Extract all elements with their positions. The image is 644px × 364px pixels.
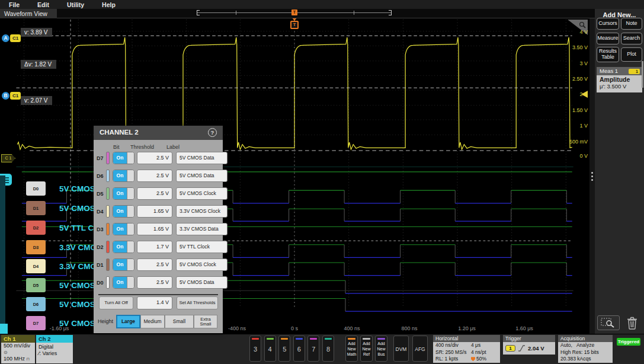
meas1-badge-card[interactable]: Meas 1 1 Amplitude μ': 3.500 V (597, 67, 642, 92)
tab-waveform-view[interactable]: Waveform View (0, 9, 57, 18)
add-new-math-button[interactable]: AddNewMath (345, 336, 358, 362)
bit-on-toggle-d6[interactable]: On (113, 170, 134, 182)
digital-chip-d4[interactable]: D4 (26, 259, 46, 273)
channel2-dialog-title[interactable]: CHANNEL 2 (94, 126, 223, 140)
threshold-field-d3[interactable]: 1.65 V (137, 223, 172, 235)
height-label: Height (98, 318, 113, 324)
add-new-search-button[interactable]: Search (621, 33, 642, 44)
turn-all-off-button[interactable]: Turn All Off (99, 296, 133, 309)
label-field-d7[interactable]: 5V CMOS Data (176, 152, 228, 164)
horizontal-zoom-overview[interactable]: T (197, 9, 392, 16)
height-option-small[interactable]: Small (165, 315, 194, 328)
add-new-measure-button[interactable]: Measure (597, 33, 619, 44)
time-tick-label: 1.60 μs (515, 325, 533, 331)
channel-3-button[interactable]: 3 (249, 336, 261, 362)
digital-chip-d0[interactable]: D0 (26, 181, 46, 196)
menu-file[interactable]: File (0, 1, 28, 8)
acq-count: 20.383 kAcqs (560, 356, 613, 363)
height-option-extra-small[interactable]: ExtraSmall (194, 315, 217, 328)
label-field-d2[interactable]: 5V TTL Clock (176, 241, 228, 253)
overview-tick (236, 11, 236, 15)
trigger-title: Trigger (503, 335, 555, 342)
digital-chip-d3[interactable]: D3 (26, 240, 46, 254)
digital-chip-d5[interactable]: D5 (26, 278, 46, 292)
toggle-on-label: On (113, 152, 127, 164)
trigger-panel[interactable]: Trigger 1 2.04 V (503, 335, 555, 355)
threshold-field-d2[interactable]: 1.7 V (137, 241, 172, 253)
label-field-d5[interactable]: 5V CMOS Clock (176, 187, 228, 200)
digital-chip-d6[interactable]: D6 (26, 297, 46, 311)
label-field-d0[interactable]: 5V CMOS Data (176, 276, 228, 289)
bit-on-toggle-d2[interactable]: On (113, 241, 134, 253)
horizontal-row: 400 ns/div4 μs (433, 342, 500, 349)
set-all-thresholds-button[interactable]: Set All Thresholds (177, 296, 218, 309)
help-icon[interactable]: ? (208, 128, 217, 137)
overview-left-bracket[interactable] (197, 10, 200, 15)
threshold-field-d1[interactable]: 2.5 V (137, 258, 172, 271)
menu-help[interactable]: Help (93, 1, 124, 8)
digital-chip-d2[interactable]: D2 (26, 221, 46, 235)
trash-button[interactable] (624, 315, 640, 331)
channel-6-button[interactable]: 6 (293, 336, 305, 362)
dialog-bit-name: D6 (97, 173, 104, 179)
cursor-b-source-badge[interactable]: C1 (10, 92, 21, 100)
dvm-button[interactable]: DVM (393, 336, 409, 362)
add-new-results-table-button[interactable]: ResultsTable (597, 47, 619, 62)
label-field-d4[interactable]: 3.3V CMOS Clock (176, 205, 228, 218)
toggle-on-label: On (113, 170, 127, 181)
acquisition-panel[interactable]: Acquisition Auto, Analyze High Res: 15 b… (558, 335, 613, 363)
menu-utility[interactable]: Utility (58, 1, 93, 8)
add-new-bus-button[interactable]: AddNewBus (375, 336, 387, 362)
add-new-cursors-button[interactable]: Cursors (597, 18, 619, 30)
horizontal-panel[interactable]: Horizontal 400 ns/div4 μsSR: 250 MS/s4 n… (433, 335, 500, 363)
label-field-d6[interactable]: 5V CMOS Data (176, 170, 228, 182)
dialog-bit-name: D7 (97, 155, 104, 161)
digital-chip-d1[interactable]: D1 (26, 201, 46, 215)
bit-on-toggle-d1[interactable]: On (113, 258, 134, 271)
channel-4-button[interactable]: 4 (264, 336, 276, 362)
threshold-field-d6[interactable]: 2.5 V (137, 170, 172, 182)
bit-on-toggle-d5[interactable]: On (113, 187, 134, 200)
cursor-b-badge[interactable]: B (2, 92, 9, 100)
channel-7-button[interactable]: 7 (307, 336, 319, 362)
all-threshold-field[interactable]: 1.4 V (137, 296, 172, 309)
bit-on-toggle-d3[interactable]: On (113, 223, 134, 235)
bit-on-toggle-d0[interactable]: On (113, 276, 134, 289)
afg-button[interactable]: AFG (412, 336, 428, 362)
panel-divider-rail[interactable] (589, 18, 595, 334)
threshold-field-d4[interactable]: 1.65 V (137, 205, 172, 218)
label-field-d3[interactable]: 3.3V CMOS Data (176, 223, 228, 235)
ch1-badge[interactable]: Ch 1 500 mV/div ⊙ 100 MHz ⊓ (1, 335, 35, 363)
height-option-large[interactable]: Large (116, 315, 140, 328)
channel-8-button[interactable]: 8 (322, 336, 334, 362)
panel-scrollbar-thumb[interactable] (642, 61, 643, 88)
trigger-position-marker[interactable]: T (287, 18, 302, 30)
threshold-field-d5[interactable]: 2.5 V (137, 187, 172, 200)
threshold-field-d7[interactable]: 2.5 V (137, 152, 172, 164)
cursor-a-readout[interactable]: v: 3.89 V (21, 28, 52, 37)
minimap-trigger-marker[interactable]: T (291, 9, 297, 15)
waveform-plot[interactable]: T A C1 v: 3.89 V Δv: 1.82 V B C1 v: 2.07… (0, 18, 589, 334)
threshold-field-d0[interactable]: 2.5 V (137, 276, 172, 289)
digital-chip-d7[interactable]: D7 (26, 316, 46, 330)
overview-right-bracket[interactable] (389, 10, 392, 15)
add-new-note-button[interactable]: Note (621, 18, 642, 30)
digital-group-footer-handle[interactable] (0, 324, 8, 334)
label-field-d1[interactable]: 5V CMOS Clock (176, 258, 228, 271)
bit-on-toggle-d4[interactable]: On (113, 205, 134, 218)
add-new-plot-button[interactable]: Plot (621, 47, 642, 62)
height-option-medium[interactable]: Medium (140, 315, 165, 328)
cursor-a-source-badge[interactable]: C1 (10, 34, 21, 42)
toggle-knob (127, 206, 134, 217)
ch1-coupling-icon: ⊙ (1, 349, 35, 356)
cursor-b-readout[interactable]: v: 2.07 V (21, 96, 52, 105)
menu-edit[interactable]: Edit (28, 1, 58, 8)
ch2-badge[interactable]: Ch 2 Digital ∕: Varies (36, 335, 73, 363)
bit-on-toggle-d7[interactable]: On (113, 152, 134, 164)
results-bar: Add New... CursorsNoteMeasureSearchResul… (595, 9, 644, 334)
add-new-ref-button[interactable]: AddNewRef (360, 336, 373, 362)
channel-5-button[interactable]: 5 (278, 336, 290, 362)
cursor-a-badge[interactable]: A (2, 34, 9, 42)
cursor-delta-readout[interactable]: Δv: 1.82 V (21, 60, 56, 69)
zoom-select-button[interactable] (597, 315, 620, 330)
